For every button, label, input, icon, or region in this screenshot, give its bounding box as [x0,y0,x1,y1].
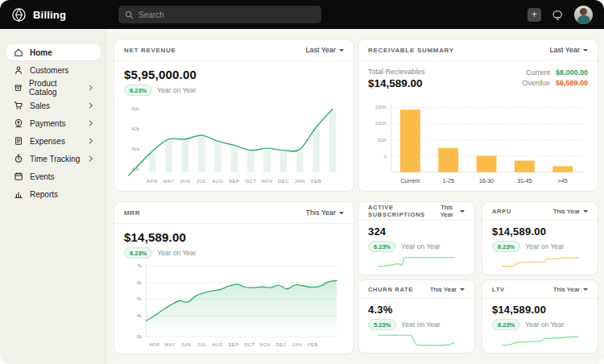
svg-text:7k: 7k [137,263,143,268]
svg-text:0: 0 [384,153,387,159]
svg-text:SEP: SEP [229,177,240,183]
customers-icon [14,65,23,75]
arpu-card: ARPU This Year $14,589.00 6.23% Year on … [482,201,598,275]
chevron-right-icon [89,138,93,144]
churn-rate-sparkline [368,330,465,349]
sidebar-item-reports[interactable]: Reports [6,186,101,202]
overdue-value: $6,589.00 [556,79,588,87]
search-icon [125,10,134,19]
svg-text:Current: Current [400,178,420,184]
svg-text:APR: APR [147,177,158,183]
sidebar-item-home[interactable]: Home [6,44,101,60]
user-avatar[interactable] [574,6,593,24]
card-title: RECEIVABLE SUMMARY [368,47,454,54]
svg-text:1-25: 1-25 [443,178,454,184]
period-dropdown[interactable]: Last Year [549,46,588,54]
search-input[interactable]: Search [118,6,321,23]
yoy-badge: 6.23% [124,85,152,96]
svg-text:43k: 43k [131,105,140,111]
metric-value: $14,589.00 [492,225,588,238]
svg-text:NOV: NOV [261,177,273,183]
app-window: Billing Search + Home [0,0,604,364]
sidebar-item-expenses[interactable]: Expenses [6,133,101,149]
sidebar-item-payments[interactable]: Payments [6,115,101,131]
yoy-caption: Year on Year [157,249,196,257]
yoy-caption: Year on Year [401,242,440,250]
chevron-right-icon [89,102,93,109]
header-actions: + [527,6,593,24]
add-button[interactable]: + [527,8,541,22]
svg-text:>45: >45 [558,178,568,184]
card-title: LTV [492,286,505,293]
receivable-summary-card: RECEIVABLE SUMMARY Last Year Total Recie… [358,39,598,192]
svg-text:JUN: JUN [180,177,190,183]
time-tracking-icon [14,154,23,163]
sidebar: Home Customers Product Catalog Sales Pay… [0,29,107,364]
metric-value: 324 [368,225,465,238]
chevron-down-icon [339,212,344,217]
metric-value: $14,589.00 [492,304,588,316]
svg-text:JUL: JUL [197,177,206,183]
yoy-badge: 6.23% [492,319,520,330]
period-dropdown[interactable]: This Year [436,204,465,218]
svg-text:50K: 50K [378,137,387,143]
current-label: Current [526,68,550,77]
total-receivables-value: $14,589.00 [368,77,425,89]
chevron-down-icon [583,49,588,54]
period-dropdown[interactable]: This Year [305,209,344,217]
dashboard-main: NET REVENUE Last Year $5,95,000.00 6.23%… [107,29,604,364]
brand: Billing [11,7,108,23]
sidebar-item-customers[interactable]: Customers [6,62,101,78]
app-title: Billing [33,9,66,21]
svg-text:5k: 5k [137,296,143,301]
svg-text:DEC: DEC [278,177,289,183]
ltv-sparkline [492,330,588,349]
svg-text:FEB: FEB [308,342,318,347]
home-icon [14,48,23,57]
svg-text:JAN: JAN [295,177,305,183]
active-subscriptions-sparkline [368,252,465,271]
yoy-caption: Year on Year [157,86,196,94]
chevron-right-icon [89,155,93,162]
yoy-caption: Year on Year [525,242,564,250]
net-revenue-chart: 43k42k41k40kAPRMAYJUNJULAUGSEPOCTNOVDECJ… [124,101,344,188]
active-subscriptions-card: ACTIVE SUBSCRIPTIONS This Year 324 6.23%… [358,201,475,275]
sidebar-item-product-catalog[interactable]: Product Catalog [6,80,101,96]
period-dropdown[interactable]: This Year [553,286,588,293]
sales-cart-icon [14,101,23,110]
overdue-label: Overdue [522,79,550,87]
sidebar-item-time-tracking[interactable]: Time Tracking [6,151,101,167]
reports-icon [14,189,23,199]
yoy-caption: Year on Year [401,321,440,329]
yoy-badge: 6.23% [124,247,152,259]
ltv-card: LTV This Year $14,589.00 6.23% Year on Y… [482,279,598,354]
period-dropdown[interactable]: This Year [430,286,465,293]
period-dropdown[interactable]: This Year [553,208,588,215]
svg-text:APR: APR [149,342,160,347]
svg-text:AUG: AUG [212,177,224,183]
kpi-grid: ACTIVE SUBSCRIPTIONS This Year 324 6.23%… [358,201,598,354]
sidebar-item-sales[interactable]: Sales [6,97,101,114]
mrr-card: MRR This Year $14,589.00 6.23% Year on Y… [114,201,354,354]
net-revenue-card: NET REVENUE Last Year $5,95,000.00 6.23%… [114,39,354,192]
svg-text:100K: 100K [374,120,387,126]
period-dropdown[interactable]: Last Year [305,46,344,54]
card-title: ACTIVE SUBSCRIPTIONS [368,204,436,218]
svg-text:OCT: OCT [244,342,255,347]
svg-text:16-30: 16-30 [479,178,494,184]
notifications-bell-icon[interactable] [552,9,564,21]
svg-text:DEC: DEC [275,342,287,347]
events-calendar-icon [14,172,23,181]
chevron-right-icon [89,85,93,91]
card-title: NET REVENUE [124,47,176,54]
svg-text:6k: 6k [137,280,143,285]
product-catalog-icon [14,83,23,93]
metric-value: $5,95,000.00 [124,68,344,81]
svg-text:42k: 42k [131,126,140,131]
svg-text:SEP: SEP [228,342,238,347]
sidebar-item-events[interactable]: Events [6,168,101,184]
card-title: CHURN RATE [368,286,413,293]
yoy-badge: 6.23% [492,241,520,252]
mrr-chart: 7k6k5k4k0kAPRMAYJUNJULAUGSEPOCTNOVDECJAN… [124,259,344,350]
svg-text:JUL: JUL [197,342,207,347]
